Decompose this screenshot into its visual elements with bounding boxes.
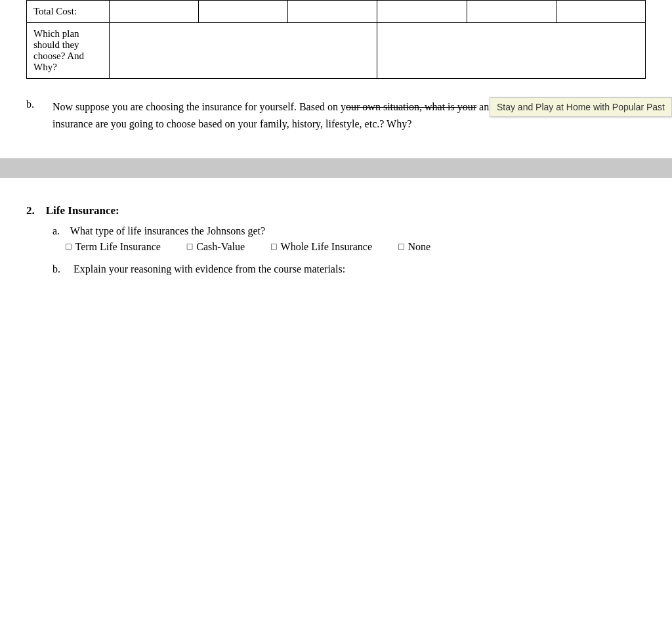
which-plan-answer-2[interactable] <box>377 23 646 79</box>
checkbox-whole-life-symbol[interactable]: □ <box>271 242 276 252</box>
total-cost-cell-3[interactable] <box>288 1 377 23</box>
sub-a-letter: a. <box>52 225 60 236</box>
checkbox-none-label: None <box>408 241 431 253</box>
total-cost-label: Total Cost: <box>27 1 110 23</box>
which-plan-label: Which plan should they choose? And Why? <box>27 23 110 79</box>
total-cost-row: Total Cost: <box>27 1 646 23</box>
tooltip-text: Stay and Play at Home with Popular Past <box>497 102 665 112</box>
total-cost-cell-1[interactable] <box>109 1 198 23</box>
checkbox-cash-value-symbol[interactable]: □ <box>187 242 192 252</box>
top-section: Total Cost: Which plan should they choos… <box>0 0 672 79</box>
which-plan-answer-1[interactable] <box>109 23 377 79</box>
sub-question-a: a. What type of life insurances the John… <box>52 225 646 253</box>
section-2-header: 2. Life Insurance: <box>26 204 646 217</box>
bottom-section: 2. Life Insurance: a. What type of life … <box>0 191 672 288</box>
checkbox-whole-life-label: Whole Life Insurance <box>281 241 372 253</box>
sub-question-b: b. Explain your reasoning with evidence … <box>52 263 646 275</box>
total-cost-cell-5[interactable] <box>467 1 556 23</box>
sub-a-question-text: What type of life insurances the Johnson… <box>70 225 265 236</box>
checkbox-term-life-symbol[interactable]: □ <box>66 242 71 252</box>
total-cost-cell-6[interactable] <box>556 1 645 23</box>
section-colon: : <box>116 204 119 217</box>
section-number: 2. <box>26 204 35 217</box>
sub-b-question-text: Explain your reasoning with evidence fro… <box>74 263 345 275</box>
insurance-table: Total Cost: Which plan should they choos… <box>26 0 646 79</box>
total-cost-cell-4[interactable] <box>377 1 467 23</box>
checkbox-options-row: □ Term Life Insurance □ Cash-Value □ Who… <box>66 241 646 253</box>
checkbox-none-symbol[interactable]: □ <box>398 242 404 252</box>
sub-a-question: a. What type of life insurances the John… <box>52 225 646 237</box>
section-life-insurance-label: Life Insurance <box>46 204 116 217</box>
which-plan-row: Which plan should they choose? And Why? <box>27 23 646 79</box>
checkbox-none[interactable]: □ None <box>398 241 430 253</box>
question-b-letter: b. <box>26 99 52 132</box>
tooltip-popup: Stay and Play at Home with Popular Past <box>490 97 672 117</box>
page-wrapper: Total Cost: Which plan should they choos… <box>0 0 672 618</box>
sub-b-question: b. Explain your reasoning with evidence … <box>52 263 646 275</box>
gray-divider <box>0 158 672 178</box>
checkbox-cash-value-label: Cash-Value <box>196 241 245 253</box>
sub-b-letter: b. <box>52 263 60 275</box>
checkbox-term-life[interactable]: □ Term Life Insurance <box>66 241 161 253</box>
checkbox-whole-life[interactable]: □ Whole Life Insurance <box>271 241 372 253</box>
checkbox-cash-value[interactable]: □ Cash-Value <box>187 241 245 253</box>
total-cost-cell-2[interactable] <box>198 1 287 23</box>
checkbox-term-life-label: Term Life Insurance <box>75 241 160 253</box>
strikethrough-text: our own situation, what is your <box>346 101 476 112</box>
